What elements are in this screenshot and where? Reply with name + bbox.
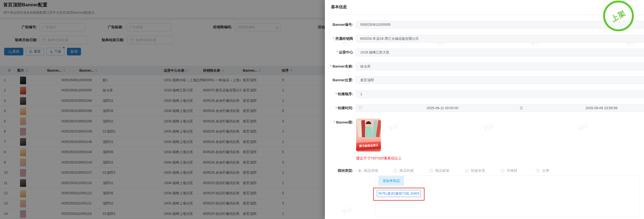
modal-mask	[0, 0, 325, 219]
jump-type-radio[interactable]	[358, 169, 362, 173]
jump-type-option-label[interactable]: 不跳转	[507, 167, 517, 175]
drawer-divider	[325, 15, 644, 15]
jump-type-option-label[interactable]: 商品标签	[435, 167, 449, 175]
banner-position-field[interactable]: 首页顶部	[356, 76, 644, 84]
calendar-icon	[359, 106, 362, 110]
banner-detail-drawer: YoIYoIYoIYoIYoIYoIYoIYoIYoIYoIYoI 基本信息 B…	[325, 0, 644, 219]
illustration-figure	[365, 126, 372, 137]
watermark: YoI	[481, 121, 495, 133]
carousel-time-range-field[interactable]: 2025-06-11 00:00:00 至 2025-09-09 23:59:5…	[356, 104, 644, 112]
banner-image-preview[interactable]: 图书超级品类日	[356, 119, 381, 151]
jump-type-label: 跳转类型:	[325, 167, 353, 175]
banner-code-label: Banner编号:	[325, 21, 353, 29]
banner-name-label: *Banner名称:	[325, 63, 353, 70]
range-start-value: 2025-06-11 00:00:00	[427, 105, 458, 112]
status-stamp-on-shelf: 上架	[603, 1, 634, 31]
range-separator: 至	[520, 105, 523, 112]
annotation-red-rectangle	[373, 188, 424, 201]
dealer-field[interactable]: 600204.常温19-潭江仓储运输有限公司	[356, 35, 644, 43]
jump-type-radio[interactable]	[500, 169, 504, 173]
watermark: YoI	[576, 121, 589, 133]
dealer-label: *所属经销商	[325, 35, 353, 43]
jump-type-option-label[interactable]: 快速补货	[471, 167, 485, 175]
operation-center-field[interactable]: 1019.领锋江苏大区	[356, 49, 644, 56]
jump-type-radio[interactable]	[536, 169, 540, 173]
watermark: YoI	[340, 204, 353, 217]
banner-position-label: Banner位置:	[325, 76, 353, 84]
jump-type-radio[interactable]	[393, 169, 397, 173]
jump-type-radio[interactable]	[429, 169, 433, 173]
carousel-order-field[interactable]: 1	[356, 90, 644, 98]
carousel-order-label: *轮播顺序:	[325, 90, 353, 98]
jump-type-option-label[interactable]: 分类	[542, 167, 549, 175]
image-size-hint: 建议尺寸750*330像素或以上	[356, 156, 401, 161]
banner-code-field[interactable]: 0000250611000005	[356, 21, 644, 29]
range-end-value: 2025-09-09 23:59:59	[586, 105, 617, 112]
banner-name-field[interactable]: 按仓库	[356, 63, 644, 70]
watermark: YoI	[387, 121, 400, 133]
illustration-figure	[366, 121, 371, 124]
operation-center-label: *运营中心	[325, 49, 353, 56]
jump-type-option-label[interactable]: 商品列表	[400, 167, 414, 175]
banner-image-label: *Banner图:	[325, 119, 353, 126]
drawer-section-title: 基本信息	[331, 4, 347, 10]
carousel-time-label: *轮播时间:	[325, 104, 353, 112]
jump-type-option-label[interactable]: 商品详情	[364, 167, 378, 175]
banner-caption-ribbon: 图书超级品类日	[356, 141, 381, 150]
jump-type-radio[interactable]	[465, 169, 469, 173]
add-single-product-button[interactable]: 添加单商品	[378, 176, 404, 186]
